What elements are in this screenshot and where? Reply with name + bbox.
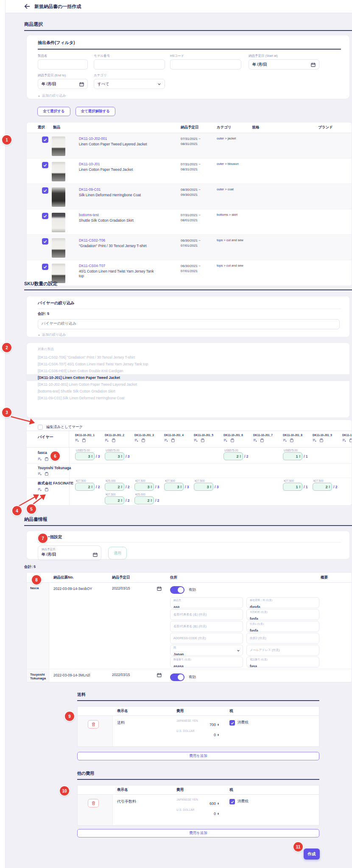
- hs-code-input[interactable]: [170, 59, 241, 70]
- product-name-input[interactable]: [38, 59, 88, 70]
- copy-icon[interactable]: [82, 438, 86, 442]
- copy-icon[interactable]: [171, 438, 175, 442]
- fill-column-icon[interactable]: [223, 438, 227, 442]
- select-all-button[interactable]: 全て選択する: [37, 107, 70, 116]
- delivery-date[interactable]: 2022/03/15: [112, 586, 157, 590]
- tax-checkbox[interactable]: [229, 799, 235, 804]
- fill-column-icon[interactable]: [342, 438, 346, 442]
- address-field-city[interactable]: 市区町村 (任意)fasfa: [246, 609, 319, 620]
- fill-row-icon[interactable]: [38, 457, 42, 461]
- row-checkbox[interactable]: [42, 213, 48, 219]
- copy-icon[interactable]: [349, 438, 352, 442]
- copy-icon[interactable]: [290, 438, 293, 442]
- qty-input[interactable]: 3▲▼: [194, 483, 213, 491]
- tax-checkbox[interactable]: [229, 720, 235, 726]
- address-field-address1[interactable]: 住所1 (任意)fasfa: [246, 621, 319, 632]
- add-shipping-fee-button[interactable]: 費用を追加: [77, 752, 319, 760]
- address-field-email[interactable]: メールアドレス (任意): [246, 645, 319, 656]
- fill-column-icon[interactable]: [105, 438, 109, 442]
- qty-input[interactable]: 2▲▼: [75, 483, 95, 491]
- address-enabled-toggle[interactable]: [170, 586, 184, 594]
- calendar-icon[interactable]: [79, 82, 84, 86]
- buyer-filter-text[interactable]: [42, 321, 336, 326]
- target-product-item[interactable]: [bottoms-test] Shuttle Silk Cotton Grada…: [27, 388, 349, 395]
- calendar-icon[interactable]: [93, 552, 98, 557]
- fill-row-icon[interactable]: [38, 487, 42, 492]
- qty-input[interactable]: 1▲▼: [283, 452, 302, 460]
- qty-input[interactable]: 2▲▼: [105, 496, 124, 504]
- qty-input[interactable]: 3▲▼: [164, 483, 184, 491]
- fill-column-icon[interactable]: [164, 438, 168, 442]
- copy-icon[interactable]: [141, 438, 145, 442]
- yen-amount-input[interactable]: 700▲▼: [176, 723, 219, 727]
- address-field-first-name[interactable]: 名前/代表者名 (名) (任意): [170, 609, 243, 620]
- address-field-phone[interactable]: 電話番号 (任意)fasa: [246, 657, 319, 668]
- calendar-icon[interactable]: [157, 673, 162, 677]
- buyer-filter-input[interactable]: [38, 319, 340, 329]
- copy-icon[interactable]: [45, 487, 48, 492]
- target-product-item[interactable]: [DK11-10-J02-001] Linen Cotton Paper Twe…: [27, 381, 349, 388]
- qty-input[interactable]: 1▲▼: [283, 483, 302, 491]
- qty-input[interactable]: 2▲▼: [313, 483, 332, 491]
- product-code-link[interactable]: DK11-10-J02-001: [79, 136, 147, 141]
- product-code-link[interactable]: DK11-09-C01: [79, 187, 141, 192]
- address-field-country-select[interactable]: 国Japan: [170, 645, 243, 656]
- address-field-prefecture[interactable]: 都道府県｜州 (任意)dasda: [246, 597, 319, 608]
- row-checkbox[interactable]: [42, 264, 48, 270]
- row-checkbox[interactable]: [42, 162, 48, 168]
- add-other-cost-button[interactable]: 費用を追加: [77, 829, 319, 837]
- target-product-item[interactable]: [DK11-09-C01] Silk Linen Deformed Herrin…: [27, 395, 349, 401]
- more-filters-link[interactable]: ▲ 追加の絞り込み: [38, 93, 66, 98]
- target-product-item[interactable]: [DK11-CS02-T06] "Gradation" Print / 30 T…: [27, 354, 349, 361]
- copy-icon[interactable]: [260, 438, 264, 442]
- create-button[interactable]: 作成: [304, 849, 320, 860]
- product-code-link[interactable]: bottoms-test: [79, 213, 134, 217]
- copy-icon[interactable]: [230, 438, 234, 442]
- fill-column-icon[interactable]: [253, 438, 257, 442]
- address-field-postal[interactable]: 郵便番号 (任意)asasa: [170, 657, 243, 668]
- fill-column-icon[interactable]: [313, 438, 316, 442]
- buyer-more-filters-link[interactable]: ▲ 追加の絞り込み: [38, 332, 66, 337]
- mark-edited-checkbox[interactable]: [38, 425, 43, 430]
- model-no-input[interactable]: [94, 59, 165, 70]
- calendar-icon[interactable]: [157, 586, 162, 591]
- target-product-item[interactable]: [DK11-CS04-T07] 40/1 Cotton Linen Hard T…: [27, 361, 349, 367]
- delete-fee-button[interactable]: [88, 799, 99, 807]
- qty-input[interactable]: 3▲▼: [134, 483, 154, 491]
- address-field-address-code[interactable]: ADDRESS CODE (任意): [170, 633, 243, 644]
- target-product-item[interactable]: [DK11-CS06-H03] Linen Cotton Double Knit…: [27, 367, 349, 374]
- apply-button[interactable]: 適用: [108, 547, 127, 559]
- copy-icon[interactable]: [112, 438, 115, 442]
- calendar-icon[interactable]: [311, 62, 316, 67]
- copy-icon[interactable]: [45, 457, 48, 461]
- qty-input[interactable]: 2▲▼: [105, 483, 124, 491]
- address-field-last-name[interactable]: 名前/代表者名 (姓) (任意): [170, 621, 243, 632]
- yen-amount-input[interactable]: 600▲▼: [176, 801, 219, 806]
- delivery-date[interactable]: 2022/03/15: [112, 673, 157, 677]
- qty-input[interactable]: 2▲▼: [223, 452, 243, 460]
- qty-input[interactable]: 2▲▼: [134, 496, 154, 504]
- copy-icon[interactable]: [201, 438, 204, 442]
- product-code-link[interactable]: DK11-10-J01: [79, 162, 133, 166]
- qty-input[interactable]: 3▲▼: [75, 452, 95, 460]
- usd-amount-input[interactable]: 0▲▼: [176, 733, 219, 737]
- address-field-recipient[interactable]: 納品先aaa: [170, 597, 243, 608]
- copy-icon[interactable]: [319, 438, 323, 442]
- delete-fee-button[interactable]: [88, 720, 99, 729]
- address-field-address2[interactable]: 住所2 (任意): [246, 633, 319, 644]
- row-checkbox[interactable]: [42, 187, 48, 194]
- fill-column-icon[interactable]: [75, 438, 79, 442]
- fill-column-icon[interactable]: [283, 438, 287, 442]
- product-code-link[interactable]: DK11-CS04-T07: [79, 264, 159, 268]
- row-checkbox[interactable]: [42, 238, 48, 245]
- row-checkbox[interactable]: [42, 136, 48, 143]
- deselect-all-button[interactable]: 全て選択解除する: [75, 107, 116, 116]
- product-code-link[interactable]: DK11-CS02-T06: [79, 238, 147, 242]
- category-select[interactable]: すべて: [94, 79, 165, 89]
- back-icon[interactable]: [24, 3, 30, 9]
- copy-icon[interactable]: [45, 472, 48, 476]
- fill-row-icon[interactable]: [38, 472, 42, 476]
- usd-amount-input[interactable]: 0▲▼: [176, 812, 219, 816]
- target-product-item-selected[interactable]: [DK11-10-J01] Linen Cotton Paper Tweed J…: [27, 374, 349, 381]
- bulk-date-field[interactable]: 納品予定日 年 /月/日: [38, 545, 101, 561]
